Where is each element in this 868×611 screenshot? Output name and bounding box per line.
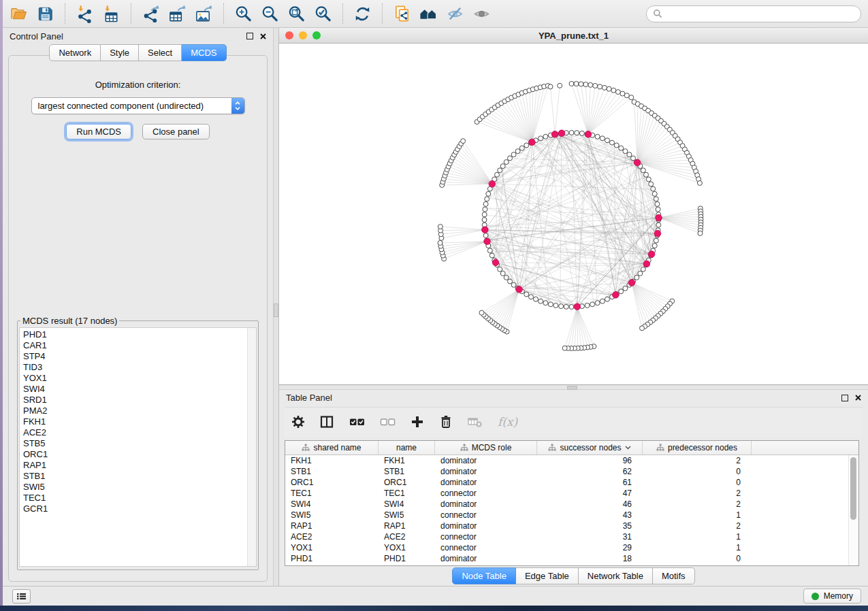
table-row[interactable]: STB1STB1dominator620 xyxy=(285,466,858,477)
table-cell[interactable]: SWI5 xyxy=(379,510,435,520)
tab-edge-table[interactable]: Edge Table xyxy=(516,567,579,584)
table-cell[interactable]: STB1 xyxy=(285,467,379,476)
mcds-result-item[interactable]: PMA2 xyxy=(23,406,256,416)
column-header-successor-nodes[interactable]: successor nodes xyxy=(537,441,643,455)
table-cell[interactable]: 31 xyxy=(537,532,643,542)
table-row[interactable]: SWI5SWI5connector431 xyxy=(285,510,858,521)
table-cell[interactable]: 1 xyxy=(643,510,752,520)
mcds-list-scrollbar[interactable] xyxy=(247,328,256,566)
table-cell[interactable]: RAP1 xyxy=(285,521,379,531)
column-header-name[interactable]: name xyxy=(379,441,435,455)
table-cell[interactable]: RAP1 xyxy=(379,521,435,531)
table-row[interactable]: ACE2ACE2connector311 xyxy=(285,531,858,542)
mcds-result-item[interactable]: TEC1 xyxy=(23,493,256,503)
show-all-button[interactable] xyxy=(470,3,494,24)
table-cell[interactable]: 2 xyxy=(643,456,752,465)
table-cell[interactable]: connector xyxy=(435,489,537,498)
refresh-button[interactable] xyxy=(351,3,374,24)
table-cell[interactable]: TEC1 xyxy=(285,489,379,498)
mcds-result-item[interactable]: GCR1 xyxy=(23,503,256,514)
table-cell[interactable]: PHD1 xyxy=(379,554,435,563)
select-all-button[interactable] xyxy=(349,415,365,429)
table-cell[interactable]: ORC1 xyxy=(285,478,379,487)
table-row[interactable]: TEC1TEC1connector472 xyxy=(285,488,858,499)
table-cell[interactable]: dominator xyxy=(435,554,537,563)
show-columns-button[interactable] xyxy=(320,415,334,429)
table-scrollbar[interactable] xyxy=(848,455,858,565)
network-graph[interactable] xyxy=(279,44,868,384)
mcds-result-item[interactable]: STB5 xyxy=(23,438,256,449)
table-cell[interactable]: dominator xyxy=(435,499,537,509)
zoom-out-button[interactable] xyxy=(258,3,282,24)
maximize-window-icon[interactable] xyxy=(312,31,321,39)
table-cell[interactable]: SWI5 xyxy=(285,510,379,520)
table-cell[interactable]: 2 xyxy=(643,489,752,498)
save-session-button[interactable] xyxy=(33,3,57,24)
mcds-result-item[interactable]: SRD1 xyxy=(23,395,256,406)
table-cell[interactable]: 1 xyxy=(643,532,752,542)
table-cell[interactable]: ACE2 xyxy=(285,532,379,542)
table-cell[interactable]: connector xyxy=(435,510,537,520)
column-header-predecessor-nodes[interactable]: predecessor nodes xyxy=(643,441,752,455)
table-row[interactable]: SWI4SWI4dominator462 xyxy=(285,499,858,510)
tab-motifs[interactable]: Motifs xyxy=(653,567,695,584)
table-cell[interactable]: SWI4 xyxy=(285,499,379,509)
mcds-result-item[interactable]: PHD1 xyxy=(23,329,256,340)
table-cell[interactable]: ACE2 xyxy=(379,532,435,542)
search-input[interactable] xyxy=(666,8,854,19)
table-cell[interactable]: YOX1 xyxy=(379,543,435,552)
criterion-select[interactable]: largest connected component (undirected) xyxy=(31,97,245,114)
zoom-selected-button[interactable] xyxy=(311,3,335,24)
delete-column-button[interactable] xyxy=(439,415,453,429)
close-panel-icon[interactable] xyxy=(855,395,861,401)
close-panel-icon[interactable] xyxy=(260,33,266,39)
add-column-button[interactable] xyxy=(411,415,424,429)
table-cell[interactable]: dominator xyxy=(435,467,537,476)
table-cell[interactable]: ORC1 xyxy=(379,478,435,487)
table-cell[interactable]: 61 xyxy=(537,478,643,487)
deselect-all-button[interactable] xyxy=(380,415,396,429)
table-cell[interactable]: 96 xyxy=(537,456,643,465)
table-scrollbar-thumb[interactable] xyxy=(850,457,856,520)
table-cell[interactable]: PHD1 xyxy=(285,554,379,563)
table-row[interactable]: ORC1ORC1dominator610 xyxy=(285,477,858,488)
table-cell[interactable]: 47 xyxy=(537,489,643,498)
table-cell[interactable]: dominator xyxy=(435,521,537,531)
table-cell[interactable]: connector xyxy=(435,532,537,542)
column-header-mcds-role[interactable]: MCDS role xyxy=(435,441,537,455)
float-panel-icon[interactable] xyxy=(841,395,848,401)
mcds-result-listbox[interactable]: PHD1CAR1STP4TID3YOX1SWI4SRD1PMA2FKH1ACE2… xyxy=(19,327,257,567)
import-network-button[interactable] xyxy=(73,3,97,24)
table-settings-button[interactable] xyxy=(291,415,305,429)
table-cell[interactable]: TEC1 xyxy=(379,489,435,498)
table-row[interactable]: RAP1RAP1dominator352 xyxy=(285,521,858,531)
tab-mcds[interactable]: MCDS xyxy=(182,44,226,61)
table-cell[interactable]: STB1 xyxy=(379,467,435,476)
table-cell[interactable]: 2 xyxy=(643,499,752,509)
hide-selected-button[interactable] xyxy=(443,3,467,24)
table-cell[interactable]: 62 xyxy=(537,467,643,476)
table-cell[interactable]: 46 xyxy=(537,499,643,509)
mcds-result-item[interactable]: ORC1 xyxy=(23,449,256,460)
vertical-splitter-handle[interactable] xyxy=(274,303,278,317)
table-row[interactable]: PHD1PHD1dominator180 xyxy=(285,553,858,564)
memory-button[interactable]: Memory xyxy=(803,589,861,604)
mcds-result-item[interactable]: SWI4 xyxy=(23,384,256,395)
table-cell[interactable]: FKH1 xyxy=(285,456,379,465)
run-mcds-button[interactable]: Run MCDS xyxy=(66,124,131,139)
mcds-result-item[interactable]: FKH1 xyxy=(23,416,256,427)
mcds-result-item[interactable]: TID3 xyxy=(23,362,256,373)
horizontal-splitter-handle[interactable] xyxy=(567,386,577,390)
table-cell[interactable]: dominator xyxy=(435,478,537,487)
table-cell[interactable]: 0 xyxy=(643,554,752,563)
mcds-result-item[interactable]: STB1 xyxy=(23,471,256,482)
tab-network-table[interactable]: Network Table xyxy=(579,567,653,584)
table-cell[interactable]: 1 xyxy=(643,543,752,552)
float-panel-icon[interactable] xyxy=(246,33,253,39)
table-cell[interactable]: FKH1 xyxy=(379,456,435,465)
table-cell[interactable]: YOX1 xyxy=(285,543,379,552)
zoom-in-button[interactable] xyxy=(231,3,255,24)
column-header-shared-name[interactable]: shared name xyxy=(285,441,379,455)
tab-network[interactable]: Network xyxy=(49,44,101,61)
table-cell[interactable]: 2 xyxy=(643,521,752,531)
